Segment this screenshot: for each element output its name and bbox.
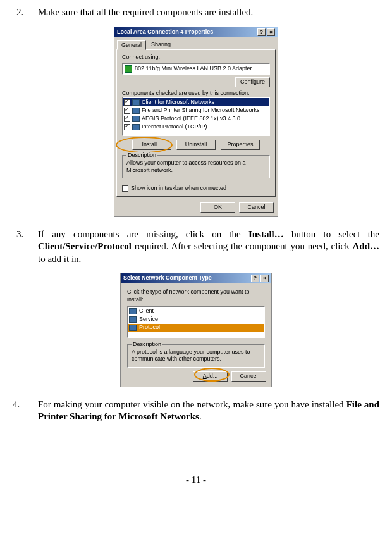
- component-type-dialog: Select Network Component Type ? × Click …: [120, 273, 272, 387]
- dialog-title: Select Network Component Type: [123, 275, 250, 282]
- add-button[interactable]: Add...: [193, 371, 228, 382]
- dialog-panel: Connect using: 802.11b/g Mini Wireless L…: [116, 49, 276, 197]
- description-group: Description A protocol is a language you…: [127, 344, 265, 368]
- step-number: 2.: [13, 6, 38, 19]
- button-row: Install... Uninstall Properties: [122, 140, 270, 150]
- checkbox[interactable]: [122, 185, 128, 192]
- checkbox-icon[interactable]: [124, 99, 130, 106]
- tab-general[interactable]: General: [117, 40, 146, 51]
- show-icon-row: Show icon in taskbar when connected: [122, 185, 270, 192]
- ok-button[interactable]: OK: [200, 202, 235, 213]
- step-3: 3. If any components are missing, click …: [13, 228, 379, 266]
- checkbox-icon[interactable]: [124, 116, 130, 122]
- dialog-title: Local Area Connection 4 Properties: [117, 28, 256, 36]
- titlebar: Select Network Component Type ? ×: [121, 273, 271, 283]
- page-number: - 11 -: [13, 474, 379, 487]
- properties-dialog: Local Area Connection 4 Properties ? × G…: [114, 27, 278, 217]
- tab-sharing[interactable]: Sharing: [147, 40, 175, 50]
- step-number: 4.: [13, 399, 38, 423]
- service-icon: [129, 316, 137, 323]
- client-icon: [129, 308, 137, 314]
- configure-button[interactable]: Configure: [235, 77, 270, 87]
- list-item[interactable]: Client: [128, 308, 264, 316]
- adapter-field: 802.11b/g Mini Wireless LAN USB 2.0 Adap…: [122, 63, 270, 75]
- description-label: Description: [132, 341, 162, 349]
- description-label: Description: [126, 152, 157, 159]
- cancel-button[interactable]: Cancel: [239, 202, 274, 213]
- cancel-button[interactable]: Cancel: [231, 371, 266, 382]
- uninstall-button[interactable]: Uninstall: [176, 140, 216, 150]
- service-icon: [132, 108, 140, 114]
- step-text: Make sure that all the required componen…: [38, 6, 379, 19]
- protocol-icon: [129, 325, 137, 331]
- type-listbox[interactable]: Client Service Protocol: [127, 306, 265, 338]
- step-4: 4. For making your computer visible on t…: [13, 399, 379, 423]
- connect-using-label: Connect using:: [122, 54, 270, 61]
- checkbox-icon[interactable]: [124, 108, 130, 114]
- list-item[interactable]: Service: [128, 316, 264, 324]
- list-item[interactable]: Client for Microsoft Networks: [123, 98, 269, 106]
- help-button[interactable]: ?: [257, 28, 266, 36]
- description-text: A protocol is a language your computer u…: [132, 349, 260, 363]
- description-text: Allows your computer to access resources…: [126, 159, 266, 174]
- adapter-name: 802.11b/g Mini Wireless LAN USB 2.0 Adap…: [135, 65, 252, 73]
- client-icon: [132, 99, 140, 106]
- adapter-icon: [125, 65, 132, 73]
- install-button[interactable]: Install...: [132, 140, 171, 150]
- show-icon-label: Show icon in taskbar when connected: [131, 185, 226, 192]
- configure-row: Configure: [122, 77, 270, 87]
- list-item[interactable]: Protocol: [128, 324, 264, 332]
- titlebar: Local Area Connection 4 Properties ? ×: [114, 27, 278, 37]
- instruction-text: Click the type of network component you …: [127, 289, 265, 303]
- list-item[interactable]: File and Printer Sharing for Microsoft N…: [123, 106, 269, 115]
- step-text: If any components are missing, click on …: [38, 228, 379, 266]
- dialog-body: Click the type of network component you …: [121, 283, 271, 368]
- components-label: Components checked are used by this conn…: [122, 90, 270, 97]
- list-item[interactable]: AEGIS Protocol (IEEE 802.1x) v3.4.3.0: [123, 115, 269, 123]
- checkbox-icon[interactable]: [124, 124, 130, 130]
- description-group: Description Allows your computer to acce…: [122, 155, 270, 178]
- close-button[interactable]: ×: [260, 275, 269, 282]
- help-button[interactable]: ?: [251, 275, 259, 282]
- dialog-footer: OK Cancel: [114, 199, 278, 216]
- components-listbox[interactable]: Client for Microsoft Networks File and P…: [122, 97, 270, 136]
- list-item[interactable]: Internet Protocol (TCP/IP): [123, 123, 269, 131]
- dialog-footer: Add... Cancel: [121, 368, 271, 387]
- step-text: For making your computer visible on the …: [38, 399, 379, 423]
- step-number: 3.: [13, 228, 38, 266]
- properties-button[interactable]: Properties: [221, 140, 260, 150]
- close-button[interactable]: ×: [267, 28, 275, 36]
- step-2: 2. Make sure that all the required compo…: [13, 6, 379, 19]
- protocol-icon: [132, 116, 140, 122]
- protocol-icon: [132, 124, 140, 130]
- tabstrip: General Sharing: [114, 37, 278, 50]
